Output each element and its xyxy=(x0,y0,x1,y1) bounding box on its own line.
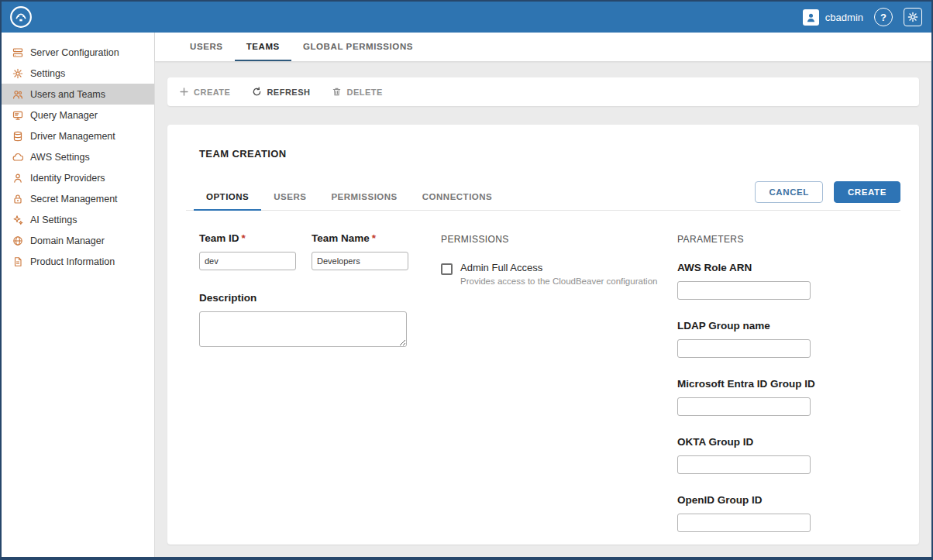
gear-icon xyxy=(907,12,918,22)
tab-global-permissions[interactable]: GLOBAL PERMISSIONS xyxy=(291,33,425,61)
team-id-label: Team ID* xyxy=(199,232,296,244)
sidebar-item-label: Identity Providers xyxy=(30,173,105,184)
app-window: cbadmin ? xyxy=(0,0,933,560)
sidebar-item-server-configuration[interactable]: Server Configuration xyxy=(2,42,154,63)
admin-full-access-description: Provides access to the CloudBeaver confi… xyxy=(460,277,657,286)
team-creation-form: Team ID* Team Name* xyxy=(186,211,900,552)
sidebar-item-users-and-teams[interactable]: Users and Teams xyxy=(2,84,154,105)
lock-icon xyxy=(12,193,23,204)
admin-sidebar: Server Configuration Settings xyxy=(2,33,155,557)
cloud-icon xyxy=(12,151,23,163)
create-button[interactable]: CREATE xyxy=(834,181,900,203)
cloudbeaver-logo-icon[interactable] xyxy=(9,5,33,29)
ldap-group-name-input[interactable] xyxy=(677,339,811,358)
sidebar-item-secret-management[interactable]: Secret Management xyxy=(2,188,154,209)
teams-toolbar: CREATE REFRESH DELETE xyxy=(167,77,919,106)
permissions-heading: PERMISSIONS xyxy=(441,234,677,245)
description-label: Description xyxy=(199,292,441,304)
help-button[interactable]: ? xyxy=(874,8,893,26)
sidebar-item-label: Driver Management xyxy=(30,131,115,142)
options-column: Team ID* Team Name* xyxy=(199,232,441,552)
parameters-heading: PARAMETERS xyxy=(677,234,900,245)
tab-team-users[interactable]: USERS xyxy=(261,184,318,211)
okta-group-id-field-group: OKTA Group ID xyxy=(677,436,900,474)
refresh-icon xyxy=(252,87,262,97)
delete-team-button[interactable]: DELETE xyxy=(332,87,382,97)
username-label: cbadmin xyxy=(825,12,863,23)
tab-teams[interactable]: TEAMS xyxy=(235,33,291,61)
entra-id-group-id-label: Microsoft Entra ID Group ID xyxy=(677,378,900,390)
server-icon xyxy=(12,46,23,58)
admin-full-access-row: Admin Full Access Provides access to the… xyxy=(441,262,677,286)
openid-group-id-field-group: OpenID Group ID xyxy=(677,494,900,532)
sidebar-item-label: Server Configuration xyxy=(30,47,119,58)
parameters-column: PARAMETERS AWS Role ARN LDAP Group name xyxy=(677,232,900,552)
content-scroll-area: CREATE REFRESH DELETE xyxy=(155,61,931,557)
monitor-icon xyxy=(12,109,23,121)
entra-id-group-id-input[interactable] xyxy=(677,397,811,416)
tab-team-permissions[interactable]: PERMISSIONS xyxy=(318,184,409,211)
settings-button[interactable] xyxy=(904,8,922,26)
team-id-field-group: Team ID* xyxy=(199,232,296,270)
sidebar-item-product-information[interactable]: Product Information xyxy=(2,251,154,272)
sidebar-item-label: AWS Settings xyxy=(30,152,90,163)
sidebar-item-label: Settings xyxy=(30,68,65,79)
admin-full-access-label[interactable]: Admin Full Access xyxy=(460,262,657,273)
sidebar-item-domain-manager[interactable]: Domain Manager xyxy=(2,230,154,251)
entra-id-group-id-field-group: Microsoft Entra ID Group ID xyxy=(677,378,900,416)
sidebar-item-label: Secret Management xyxy=(30,194,118,204)
create-team-label: CREATE xyxy=(194,88,230,97)
tab-options[interactable]: OPTIONS xyxy=(194,184,261,211)
sidebar-item-label: Users and Teams xyxy=(30,89,105,100)
sidebar-item-identity-providers[interactable]: Identity Providers xyxy=(2,167,154,188)
admin-tabbar: USERS TEAMS GLOBAL PERMISSIONS xyxy=(155,33,931,61)
main-content: USERS TEAMS GLOBAL PERMISSIONS CREATE xyxy=(155,33,931,557)
aws-role-arn-field-group: AWS Role ARN xyxy=(677,262,900,300)
refresh-label: REFRESH xyxy=(267,88,310,97)
admin-full-access-text: Admin Full Access Provides access to the… xyxy=(460,262,657,286)
sidebar-item-settings[interactable]: Settings xyxy=(2,63,154,84)
team-name-label: Team Name* xyxy=(312,232,408,244)
app-body: Server Configuration Settings xyxy=(2,33,931,557)
openid-group-id-label: OpenID Group ID xyxy=(677,494,900,506)
create-team-button[interactable]: CREATE xyxy=(179,87,230,97)
team-name-input[interactable] xyxy=(312,252,408,270)
user-menu[interactable]: cbadmin xyxy=(803,9,863,26)
team-id-input[interactable] xyxy=(199,252,296,270)
tab-users[interactable]: USERS xyxy=(178,33,235,61)
sidebar-item-label: Domain Manager xyxy=(30,235,105,246)
team-name-field-group: Team Name* xyxy=(312,232,408,270)
aws-role-arn-input[interactable] xyxy=(677,281,811,300)
okta-group-id-label: OKTA Group ID xyxy=(677,436,900,448)
required-asterisk: * xyxy=(242,232,246,244)
cancel-button[interactable]: CANCEL xyxy=(755,181,823,203)
sidebar-item-label: Query Manager xyxy=(30,110,98,121)
aws-role-arn-label: AWS Role ARN xyxy=(677,262,900,273)
topbar: cbadmin ? xyxy=(2,2,931,33)
refresh-button[interactable]: REFRESH xyxy=(252,87,310,97)
sidebar-item-label: AI Settings xyxy=(30,215,77,225)
sidebar-item-query-manager[interactable]: Query Manager xyxy=(2,105,154,125)
description-textarea[interactable] xyxy=(199,311,407,347)
sidebar-item-aws-settings[interactable]: AWS Settings xyxy=(2,146,154,167)
team-creation-title: TEAM CREATION xyxy=(199,148,900,160)
permissions-column: PERMISSIONS Admin Full Access Provides a… xyxy=(441,232,677,552)
user-avatar-icon xyxy=(803,9,819,26)
document-icon xyxy=(12,256,23,267)
database-icon xyxy=(12,130,23,142)
team-creation-card: TEAM CREATION OPTIONS USERS PERMISSIONS … xyxy=(167,125,919,545)
sidebar-item-driver-management[interactable]: Driver Management xyxy=(2,125,154,146)
delete-label: DELETE xyxy=(346,88,382,97)
sidebar-item-ai-settings[interactable]: AI Settings xyxy=(2,209,154,230)
ldap-group-name-label: LDAP Group name xyxy=(677,320,900,332)
globe-icon xyxy=(12,235,23,246)
team-creation-tabbar: OPTIONS USERS PERMISSIONS CONNECTIONS CA… xyxy=(186,181,900,211)
admin-full-access-checkbox[interactable] xyxy=(441,263,453,275)
description-field-group: Description xyxy=(199,292,441,350)
sparkles-icon xyxy=(12,214,23,225)
tab-team-connections[interactable]: CONNECTIONS xyxy=(410,184,504,211)
gear-icon xyxy=(12,67,23,79)
okta-group-id-input[interactable] xyxy=(677,455,811,474)
openid-group-id-input[interactable] xyxy=(677,514,811,532)
users-icon xyxy=(12,88,23,100)
